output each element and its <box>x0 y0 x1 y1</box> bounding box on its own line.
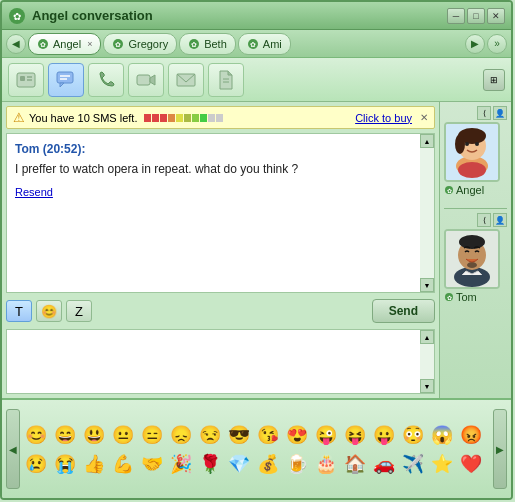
beth-tab-icon: ✿ <box>188 38 200 50</box>
format-extra-btn[interactable]: Z <box>66 300 92 322</box>
emoji-11[interactable]: 😝 <box>341 421 369 449</box>
emoji-22[interactable]: 🌹 <box>196 450 224 478</box>
window-title: Angel conversation <box>32 8 447 23</box>
emoji-21[interactable]: 🎉 <box>167 450 195 478</box>
phone-icon <box>95 69 117 91</box>
tom-avatar <box>446 231 498 287</box>
svg-point-27 <box>455 134 465 154</box>
emoji-2[interactable]: 😃 <box>80 421 108 449</box>
emoji-5[interactable]: 😞 <box>167 421 195 449</box>
emoji-9[interactable]: 😍 <box>283 421 311 449</box>
tab-nav-right[interactable]: ▶ <box>465 34 485 54</box>
tab-nav-menu[interactable]: » <box>487 34 507 54</box>
tab-nav-left[interactable]: ◀ <box>6 34 26 54</box>
emoji-nav-right[interactable]: ▶ <box>493 409 507 489</box>
tab-ami[interactable]: ✿ Ami <box>238 33 291 55</box>
emoji-25[interactable]: 🍺 <box>283 450 311 478</box>
tab-angel-label: Angel <box>53 38 81 50</box>
avatar-tom-img <box>444 229 500 289</box>
toolbar-call-btn[interactable] <box>88 63 124 97</box>
emoji-1[interactable]: 😄 <box>51 421 79 449</box>
input-scroll-down-btn[interactable]: ▼ <box>420 379 434 393</box>
tab-angel[interactable]: ✿ Angel × <box>28 33 101 55</box>
emoji-12[interactable]: 😛 <box>370 421 398 449</box>
toolbar-chat-btn[interactable] <box>48 63 84 97</box>
emoji-19[interactable]: 💪 <box>109 450 137 478</box>
emoji-28[interactable]: 🚗 <box>370 450 398 478</box>
input-scroll-up-btn[interactable]: ▲ <box>420 330 434 344</box>
scroll-up-btn[interactable]: ▲ <box>420 134 434 148</box>
resend-link[interactable]: Resend <box>15 186 412 198</box>
toolbar-contacts-btn[interactable] <box>8 63 44 97</box>
main-window: ✿ Angel conversation ─ □ ✕ ◀ ✿ Angel × ✿… <box>0 0 513 500</box>
video-icon <box>135 69 157 91</box>
toolbar-video-btn[interactable] <box>128 63 164 97</box>
svg-point-37 <box>467 262 477 268</box>
tab-nav-right-group: ▶ » <box>465 34 507 54</box>
panels-container: ⚠ You have 10 SMS left. Click to buy ✕ <box>2 102 511 398</box>
emoji-18[interactable]: 👍 <box>80 450 108 478</box>
emoji-26[interactable]: 🎂 <box>312 450 340 478</box>
svg-text:✿: ✿ <box>447 295 452 301</box>
send-button[interactable]: Send <box>372 299 435 323</box>
tom-panel-user-icon[interactable]: 👤 <box>493 213 507 227</box>
emoji-10[interactable]: 😜 <box>312 421 340 449</box>
emoji-23[interactable]: 💎 <box>225 450 253 478</box>
svg-text:✿: ✿ <box>191 41 197 48</box>
angel-avatar <box>446 124 498 180</box>
tom-panel-expand[interactable]: ⟨ <box>477 213 491 227</box>
toolbar-extra-btn[interactable]: ⊞ <box>483 69 505 91</box>
minimize-button[interactable]: ─ <box>447 8 465 24</box>
warning-icon: ⚠ <box>13 110 25 125</box>
avatar-tom-name: Tom <box>456 291 477 303</box>
tab-beth[interactable]: ✿ Beth <box>179 33 236 55</box>
tab-angel-close[interactable]: × <box>87 39 92 49</box>
extra-format-icon: Z <box>75 304 83 319</box>
window-controls: ─ □ ✕ <box>447 8 505 24</box>
scroll-down-btn[interactable]: ▼ <box>420 278 434 292</box>
emoji-4[interactable]: 😑 <box>138 421 166 449</box>
tab-gregory[interactable]: ✿ Gregory <box>103 33 177 55</box>
emoji-24[interactable]: 💰 <box>254 450 282 478</box>
svg-text:✿: ✿ <box>40 41 46 48</box>
message-scrollbar: ▲ ▼ <box>420 134 434 292</box>
emoji-31[interactable]: ❤️ <box>457 450 485 478</box>
sms-close-btn[interactable]: ✕ <box>420 112 428 123</box>
emoji-nav-left[interactable]: ◀ <box>6 409 20 489</box>
emoji-17[interactable]: 😭 <box>51 450 79 478</box>
avatar-panel: ⟨ 👤 <box>439 102 511 398</box>
emoji-14[interactable]: 😱 <box>428 421 456 449</box>
svg-point-36 <box>459 235 485 249</box>
emoji-8[interactable]: 😘 <box>254 421 282 449</box>
toolbar-file-btn[interactable] <box>208 63 244 97</box>
avatar-angel-section: ✿ Angel <box>444 122 507 196</box>
emoji-29[interactable]: ✈️ <box>399 450 427 478</box>
toolbar-email-btn[interactable] <box>168 63 204 97</box>
contacts-icon <box>15 69 37 91</box>
close-button[interactable]: ✕ <box>487 8 505 24</box>
format-emoji-btn[interactable]: 😊 <box>36 300 62 322</box>
message-input[interactable] <box>7 330 420 393</box>
emoji-20[interactable]: 🤝 <box>138 450 166 478</box>
svg-rect-18 <box>137 75 150 85</box>
svg-text:✿: ✿ <box>115 41 121 48</box>
emoji-6[interactable]: 😒 <box>196 421 224 449</box>
emoji-15[interactable]: 😡 <box>457 421 485 449</box>
avatar-divider <box>444 208 507 209</box>
emoji-7[interactable]: 😎 <box>225 421 253 449</box>
emoji-panel: ◀ 😊 😄 😃 😐 😑 😞 😒 😎 😘 😍 😜 😝 😛 😳 😱 😡 😢 😭 👍 … <box>2 398 511 498</box>
avatar-panel-expand[interactable]: ⟨ <box>477 106 491 120</box>
format-text-btn[interactable]: T <box>6 300 32 322</box>
emoji-27[interactable]: 🏠 <box>341 450 369 478</box>
emoji-16[interactable]: 😢 <box>22 450 50 478</box>
maximize-button[interactable]: □ <box>467 8 485 24</box>
emoji-13[interactable]: 😳 <box>399 421 427 449</box>
avatar-panel-user-icon[interactable]: 👤 <box>493 106 507 120</box>
left-panels: ⚠ You have 10 SMS left. Click to buy ✕ <box>2 102 439 398</box>
emoji-30[interactable]: ⭐ <box>428 450 456 478</box>
emoji-3[interactable]: 😐 <box>109 421 137 449</box>
sms-buy-link[interactable]: Click to buy <box>355 112 412 124</box>
svg-text:✿: ✿ <box>13 11 21 22</box>
angel-tab-icon: ✿ <box>37 38 49 50</box>
emoji-0[interactable]: 😊 <box>22 421 50 449</box>
